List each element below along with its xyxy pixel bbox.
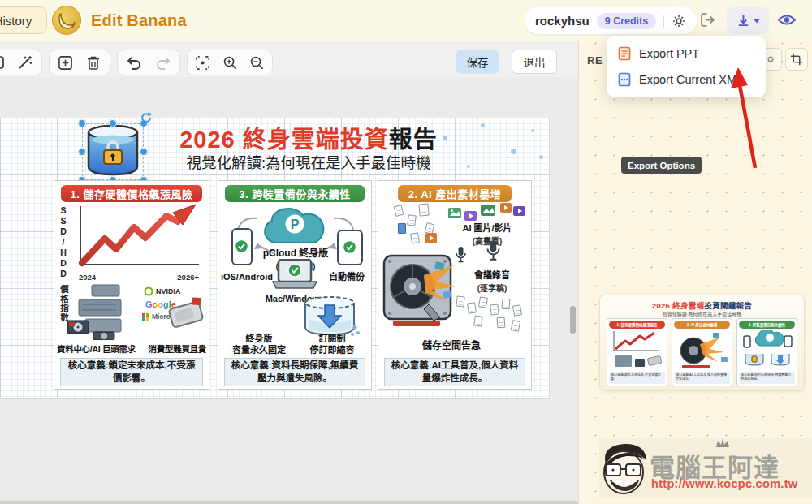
toolbar-group-object [49, 50, 110, 75]
partial-icon [0, 55, 5, 70]
save-button[interactable]: 保存 [456, 50, 499, 74]
infographic-title-red: 2026 終身雲端投資 [179, 127, 389, 153]
thumbnail-subtitle: 視覺化解讀:為何現在是入手最佳時機 [600, 310, 804, 317]
price-chart [72, 203, 204, 271]
doc-icon [512, 304, 522, 317]
history-button[interactable]: History [0, 6, 47, 34]
panel3-core-message: 核心意義:AI工具普及,個人資料量爆炸性成長。 [384, 358, 525, 386]
logout-icon [700, 12, 717, 28]
credits-badge: 9 Credits [597, 13, 657, 29]
doc-icon [490, 304, 499, 316]
decor-dot [511, 149, 516, 154]
redo-icon [155, 56, 171, 70]
panel-storage-price[interactable]: 1. 儲存硬體價格飆漲風險 SSD/HDD 2024 2026+ 價格指數 [54, 180, 209, 390]
zoom-out-button[interactable] [245, 50, 270, 75]
doc-icon [456, 296, 464, 308]
hard-drive-illustration [382, 251, 456, 329]
download-icon [736, 14, 750, 28]
reference-panel-header: RE [587, 54, 603, 67]
plus-square-icon [58, 55, 73, 71]
app-logo [52, 6, 81, 35]
canvas-area: 2026 終身雲端投資報告 視覺化解讀:為何現在是入手最佳時機 1. 儲存硬體價 [0, 77, 578, 504]
banana-icon [58, 11, 77, 32]
decor-dot [539, 155, 543, 159]
undo-icon [126, 56, 142, 70]
panel1-captions: 資料中心/AI 巨頭需求 消費型難買且貴 [57, 342, 206, 355]
thumbnail-panel-2: 2. AI 產出素材暴增 核心意義:AI 工具普及,個人資料量爆炸性成長。 [672, 318, 732, 386]
annotation-arrow [723, 66, 763, 173]
zoom-in-icon [222, 55, 238, 71]
xml-file-icon [618, 72, 631, 87]
label-meeting-audio-sub: (逐字稿) [460, 282, 525, 294]
doc-icon-blue [398, 223, 406, 234]
panel-cross-device-backup[interactable]: 3. 跨裝置備份與永續性 P pCloud 終身版 (安全雲端) [218, 180, 372, 390]
rotate-handle[interactable] [140, 111, 153, 124]
microphone-icon [486, 239, 501, 262]
microphone-icon [455, 246, 467, 264]
panel2-core-message: 核心意義:資料長期保障,無續費壓力與遺失風險。 [224, 358, 365, 386]
thumbnail-title: 2026 終身雲端投資關鍵報告 [600, 299, 804, 311]
caret-down-icon [754, 19, 760, 24]
clipped-tool-button[interactable] [0, 50, 10, 75]
canvas-scrollbar[interactable] [570, 306, 576, 334]
infographic-subtitle: 視覺化解讀:為何現在是入手最佳時機 [130, 151, 487, 172]
media-icons [448, 203, 526, 222]
crop-button[interactable] [785, 48, 808, 71]
export-dropdown-button[interactable] [727, 7, 769, 34]
decor-dot [531, 129, 534, 132]
undo-button[interactable] [122, 50, 146, 75]
zoom-out-icon [249, 55, 265, 71]
gear-icon[interactable] [672, 14, 686, 28]
phone-illustration [231, 228, 253, 265]
label-subscription: 訂閱制停訂即縮容 [300, 334, 365, 356]
preview-button[interactable] [777, 13, 797, 27]
doc-icon [407, 214, 417, 226]
panel2-header: 3. 跨裝置備份與永續性 [225, 185, 365, 202]
menu-item-export-ppt[interactable]: Export PPT [607, 41, 766, 67]
selection-handle[interactable] [140, 148, 148, 156]
export-options-tooltip: Export Options [621, 157, 702, 174]
doc-icon [394, 205, 404, 217]
laptop-illustration [270, 259, 319, 291]
reference-thumbnail[interactable]: 2026 終身雲端投資關鍵報告 視覺化解讀:為何現在是入手最佳時機 1. 儲存硬… [599, 295, 805, 391]
caption-consumer: 消費型難買且貴 [149, 342, 206, 355]
panel1-header: 1. 儲存硬體價格飆漲風險 [61, 185, 202, 202]
doc-icon [478, 296, 488, 308]
magic-edit-button[interactable] [13, 50, 37, 75]
pcloud-label: pCloud 終身版 [255, 248, 336, 260]
watermark: 電腦王阿達 http://www.kocpc.com.tw [599, 438, 812, 498]
pcloud-cloud-icon: P [253, 202, 337, 248]
zoom-in-button[interactable] [218, 50, 242, 75]
username: rockyhsu [535, 14, 590, 28]
label-ios-android: iOS/Android [218, 272, 275, 283]
redo-button[interactable] [151, 50, 175, 75]
thumbnail-panel-1: 1. 儲存硬體價格飆漲風險 核心意義:鎖定未來成本,不受漲價影響。 [607, 318, 667, 386]
focus-icon [195, 55, 210, 71]
selection-handle[interactable] [78, 148, 86, 156]
capacity-barrel-illustration [301, 295, 361, 338]
exit-button[interactable]: 退出 [512, 50, 557, 74]
doc-icon [410, 232, 420, 244]
caption-datacenter: 資料中心/AI 巨頭需求 [57, 342, 136, 355]
doc-icon [501, 299, 510, 310]
watermark-mascot [599, 440, 651, 497]
selection-handle[interactable] [78, 119, 86, 127]
delete-button[interactable] [81, 50, 106, 75]
logout-button[interactable] [700, 12, 717, 28]
user-account-pill[interactable]: rockyhsu 9 Credits [525, 7, 697, 34]
ppt-file-icon [618, 46, 631, 61]
panel-ai-content-growth[interactable]: 2. AI 產出素材暴增 AI 圖片/影片 (高畫質) [378, 180, 532, 390]
label-auto-backup: 自動備份 [322, 272, 371, 283]
toolbar-group-edit [0, 50, 42, 75]
app-title: Edit Banana [91, 11, 187, 30]
infographic-title: 2026 終身雲端投資報告 [130, 120, 487, 154]
nvidia-eye-icon [144, 286, 153, 296]
fit-view-button[interactable] [191, 50, 215, 75]
label-meeting-audio: 會議錄音 [460, 270, 525, 282]
add-button[interactable] [54, 50, 78, 75]
thumbnail-panel-3: 3. 跨裝置備份與永續性 核心意義:資料長期 [736, 318, 797, 386]
toolbar-group-zoom [187, 50, 273, 75]
crop-icon [790, 53, 803, 66]
selection-handle[interactable] [109, 119, 117, 127]
nvidia-logo: NVIDIA [144, 286, 181, 296]
